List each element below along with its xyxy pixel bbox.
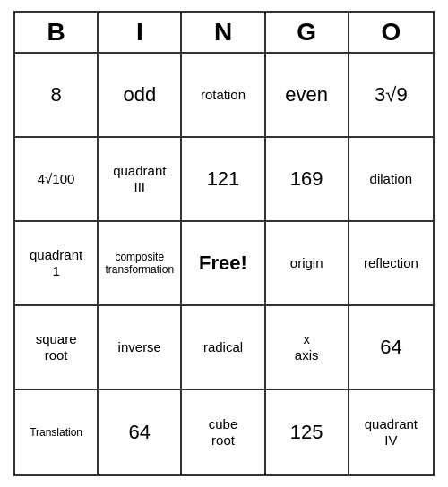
header-letter-o: O [349, 13, 433, 52]
header-letter-n: N [182, 13, 265, 52]
header-letter-g: G [266, 13, 349, 52]
bingo-cell-23: 125 [266, 390, 349, 474]
bingo-card: BINGO 8oddrotationeven3√94√100quadrantII… [13, 11, 435, 476]
bingo-cell-17: radical [182, 306, 265, 390]
bingo-cell-6: quadrantIII [99, 138, 182, 222]
bingo-cell-14: reflection [349, 222, 433, 306]
bingo-cell-12: Free! [182, 222, 265, 306]
bingo-cell-0: 8 [15, 54, 99, 138]
bingo-cell-19: 64 [349, 306, 433, 390]
bingo-cell-13: origin [266, 222, 349, 306]
header-letter-i: I [99, 13, 182, 52]
bingo-cell-5: 4√100 [15, 138, 99, 222]
bingo-cell-20: Translation [15, 390, 99, 474]
bingo-cell-11: composite transformation [99, 222, 182, 306]
bingo-header: BINGO [13, 11, 435, 52]
bingo-cell-24: quadrantIV [349, 390, 433, 474]
bingo-cell-9: dilation [349, 138, 433, 222]
bingo-cell-16: inverse [99, 306, 182, 390]
bingo-grid: 8oddrotationeven3√94√100quadrantIII12116… [13, 52, 435, 476]
bingo-cell-1: odd [99, 54, 182, 138]
bingo-cell-7: 121 [182, 138, 265, 222]
bingo-cell-3: even [266, 54, 349, 138]
bingo-cell-18: xaxis [266, 306, 349, 390]
bingo-cell-8: 169 [266, 138, 349, 222]
bingo-cell-4: 3√9 [349, 54, 433, 138]
bingo-cell-22: cuberoot [182, 390, 265, 474]
bingo-cell-15: squareroot [15, 306, 99, 390]
header-letter-b: B [15, 13, 99, 52]
bingo-cell-10: quadrant1 [15, 222, 99, 306]
bingo-cell-2: rotation [182, 54, 265, 138]
bingo-cell-21: 64 [99, 390, 182, 474]
